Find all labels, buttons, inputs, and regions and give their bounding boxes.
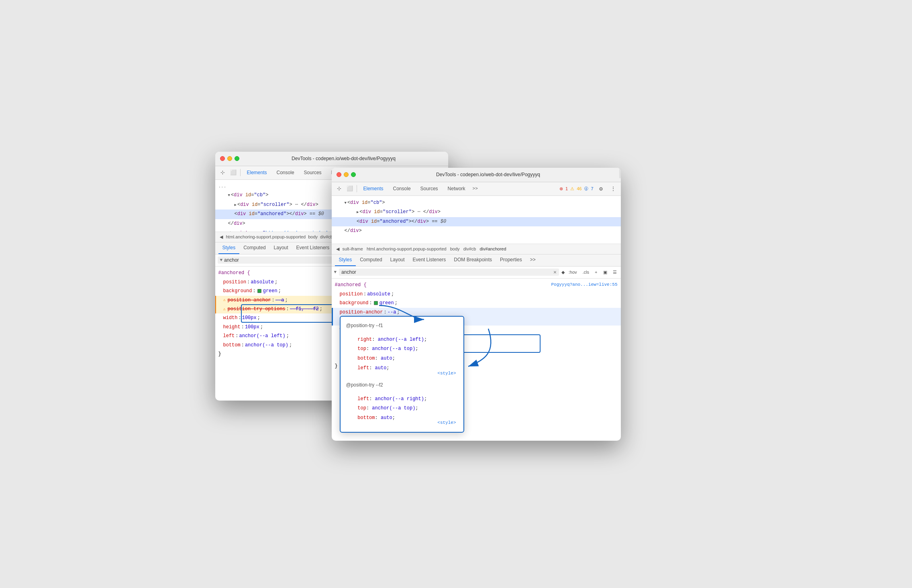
layers-icon[interactable]: ⬜ — [229, 168, 238, 177]
plus-button-front[interactable]: + — [593, 269, 599, 275]
screen-button-front[interactable]: ▣ — [602, 269, 609, 276]
popup-section-2-title: @position-try --f2 — [346, 381, 458, 390]
popup-source-1[interactable]: <style> — [437, 370, 456, 378]
error-badges: ⊗ 1 ⚠ 46 🛈 7 — [559, 186, 594, 191]
filter-layers-icon-front: ◆ — [561, 270, 565, 275]
breadcrumb-front: ◀ sult-iframe html.anchoring-support.pop… — [332, 244, 621, 254]
breadcrumb-back-arrow[interactable]: ◀ — [218, 233, 225, 240]
clear-filter-icon-front[interactable]: ✕ — [553, 270, 557, 275]
cls-button-front[interactable]: .cls — [581, 269, 591, 275]
color-swatch-front — [374, 301, 378, 305]
layers-icon-front[interactable]: ⬜ — [345, 184, 354, 193]
panel-tab-computed-front[interactable]: Computed — [356, 254, 386, 266]
tab-elements-back[interactable]: Elements — [243, 168, 271, 177]
filter-input-wrap-front[interactable]: ✕ — [339, 269, 559, 276]
filter-actions-front: ◆ :hov .cls + ▣ ☰ — [561, 269, 618, 276]
filter-funnel-icon: ▼ — [334, 270, 337, 275]
color-swatch-back — [257, 289, 261, 293]
traffic-lights-front — [337, 172, 356, 177]
css-selector-back: #anchored { — [218, 269, 250, 277]
panel-tabs-front: Styles Computed Layout Event Listeners D… — [332, 254, 621, 267]
panel-tab-styles-back[interactable]: Styles — [218, 242, 240, 254]
filter-bar-front: ▼ ✕ ◆ :hov .cls + ▣ ☰ — [332, 267, 621, 279]
minimize-button-front[interactable] — [344, 172, 349, 177]
title-bar-back: DevTools - codepen.io/web-dot-dev/live/P… — [215, 152, 448, 166]
tab-sources-front[interactable]: Sources — [416, 184, 442, 193]
dom-front-divcb[interactable]: ▼<div id="cb"> — [332, 198, 621, 208]
close-button[interactable] — [220, 156, 225, 161]
toolbar-divider — [240, 169, 241, 176]
breadcrumb-back-arrow-front[interactable]: ◀ — [334, 245, 341, 252]
more-dots-front[interactable]: ⋮ — [609, 184, 618, 193]
panel-tab-event-back[interactable]: Event Listeners — [292, 242, 334, 254]
dom-front-anchored[interactable]: <div id="anchored"></div> == $0 — [332, 217, 621, 227]
maximize-button[interactable] — [235, 156, 239, 161]
toolbar-divider-front — [357, 185, 357, 192]
maximize-button-front[interactable] — [351, 172, 356, 177]
tab-network-front[interactable]: Network — [444, 184, 469, 193]
cursor-icon-front[interactable]: ⊹ — [335, 184, 344, 193]
bc-item-body-front[interactable]: body — [449, 246, 461, 251]
css-selector-front: #anchored { — [335, 281, 367, 289]
error-icon: ⊗ — [559, 186, 563, 191]
panel-tab-computed-back[interactable]: Computed — [239, 242, 269, 254]
warn-icon-1: ⚠ — [223, 297, 226, 303]
dom-panel-front: ▼<div id="cb"> ▶<div id="scroller"> ⋯ </… — [332, 196, 621, 244]
toolbar-more-front[interactable]: >> — [471, 185, 479, 192]
panel-tab-layout-front[interactable]: Layout — [386, 254, 409, 266]
css-source-front[interactable]: Pogyyyq?ano...iew=live:55 — [551, 281, 617, 289]
warn-icon-toolbar: ⚠ — [570, 186, 574, 191]
popup-rule-1-3: bottom: auto; — [346, 354, 458, 364]
bc-item-html-front[interactable]: html.anchoring-support.popup-supported — [365, 246, 448, 251]
warn-count: 46 — [577, 186, 581, 191]
panel-tab-more-front[interactable]: >> — [526, 254, 540, 266]
title-bar-front: DevTools - codepen.io/web-dot-dev/live/P… — [332, 168, 621, 182]
css-prop-position-front: position: absolute; — [332, 290, 621, 299]
traffic-lights-back — [220, 156, 239, 161]
popup-section-1-title: @position-try --f1 — [346, 321, 458, 330]
minimize-button[interactable] — [227, 156, 232, 161]
columns-button-front[interactable]: ☰ — [611, 269, 618, 276]
info-count: 7 — [591, 186, 593, 191]
devtools-window-front: DevTools - codepen.io/web-dot-dev/live/P… — [332, 168, 621, 441]
popup-rule-1-2: top: anchor(--a top); — [346, 344, 458, 354]
css-prop-bg-front: background: green; — [332, 299, 621, 307]
devtools-toolbar-front: ⊹ ⬜ Elements Console Sources Network >> … — [332, 182, 621, 196]
bc-item-divanchored-front[interactable]: div#anchored — [479, 246, 508, 251]
panel-tab-event-front[interactable]: Event Listeners — [409, 254, 450, 266]
bc-item-divcb-front[interactable]: div#cb — [462, 246, 477, 251]
filter-input-front[interactable] — [341, 269, 552, 275]
tab-elements-front[interactable]: Elements — [359, 184, 388, 193]
panel-tab-dom-front[interactable]: DOM Breakpoints — [450, 254, 496, 266]
error-count: 1 — [565, 186, 568, 191]
popup-rule-2-2: top: anchor(--a top); — [346, 404, 458, 413]
window-title-back: DevTools - codepen.io/web-dot-dev/live/P… — [244, 156, 443, 161]
popup-rule-2-1: left: anchor(--a right); — [346, 395, 458, 404]
warn-icon-2: ⚠ — [223, 306, 226, 313]
dom-front-scroller[interactable]: ▶<div id="scroller"> ⋯ </div> — [332, 208, 621, 217]
dom-front-closediv[interactable]: </div> — [332, 226, 621, 236]
info-icon: 🛈 — [584, 186, 588, 191]
css-prop-anchor-front: position-anchor: --a; — [332, 308, 621, 317]
bc-item-body[interactable]: body — [307, 234, 319, 239]
bc-item-iframe[interactable]: sult-iframe — [341, 246, 364, 251]
hov-button-front[interactable]: :hov — [567, 269, 579, 275]
tab-console-front[interactable]: Console — [389, 184, 415, 193]
panel-tab-styles-front[interactable]: Styles — [335, 254, 356, 266]
popup-box: @position-try --f1 right: anchor(--a lef… — [340, 316, 464, 432]
popup-rule-1-1: right: anchor(--a left); — [346, 335, 458, 345]
filter-icon-back: ▼ — [220, 258, 223, 262]
cursor-icon[interactable]: ⊹ — [218, 168, 227, 177]
tab-sources-back[interactable]: Sources — [300, 168, 326, 177]
panel-tab-props-front[interactable]: Properties — [496, 254, 526, 266]
panel-tab-layout-back[interactable]: Layout — [270, 242, 292, 254]
bc-item-html[interactable]: html.anchoring-support.popup-supported — [225, 234, 307, 239]
close-button-front[interactable] — [337, 172, 341, 177]
settings-icon-front[interactable]: ⚙ — [597, 184, 606, 193]
popup-source-2[interactable]: <style> — [437, 419, 456, 427]
tab-console-back[interactable]: Console — [273, 168, 298, 177]
window-title-front: DevTools - codepen.io/web-dot-dev/live/P… — [361, 172, 616, 177]
